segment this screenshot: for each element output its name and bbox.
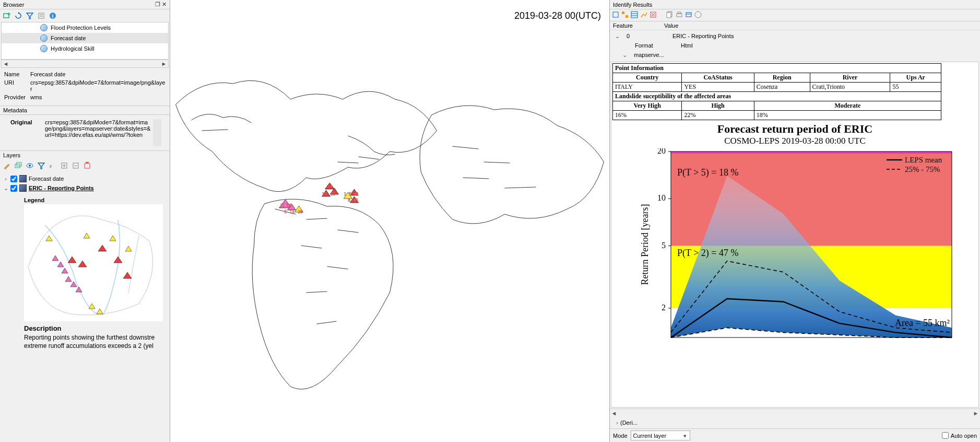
svg-marker-4 (27, 13, 33, 19)
map-timestamp: 2019-03-28 00(UTC) (514, 10, 601, 21)
svg-marker-32 (65, 276, 72, 282)
chevron-down-icon[interactable]: ⌄ (614, 33, 620, 40)
expand-all-icon[interactable] (60, 161, 69, 170)
copy-icon[interactable] (666, 11, 674, 19)
chevron-right-icon[interactable]: › (614, 420, 620, 426)
chart-subtitle: COSMO-LEPS 2019-03-28 00:00 UTC (617, 136, 973, 146)
auto-open-input[interactable] (942, 432, 949, 439)
content-h-scrollbar[interactable]: ◄► (610, 409, 980, 417)
add-layer-icon[interactable] (2, 11, 11, 20)
scroll-right-icon[interactable]: ► (160, 60, 168, 68)
refresh-icon[interactable] (14, 11, 23, 20)
tree-row[interactable]: ⌄0ERIC - Reporting Points (614, 31, 980, 41)
collapse-icon[interactable] (37, 11, 46, 20)
view-tree-icon[interactable] (621, 11, 629, 19)
globe-icon (40, 34, 48, 42)
svg-rect-64 (625, 15, 628, 18)
manage-visibility-icon[interactable] (25, 161, 34, 170)
tree-row[interactable]: ⌄mapserve... (614, 50, 980, 60)
auto-open-label: Auto open (951, 433, 977, 439)
svg-marker-23 (46, 236, 52, 241)
filter-icon[interactable] (25, 11, 34, 20)
table-row: ITALY YES Cosenza Crati,Trionto 55 (613, 83, 941, 92)
auto-open-checkbox[interactable]: Auto open (942, 432, 977, 439)
expression-icon[interactable]: ε (48, 161, 57, 170)
browser-h-scrollbar[interactable]: ◄► (1, 60, 169, 68)
layer-visibility-checkbox[interactable] (10, 185, 17, 192)
forecast-chart: Forecast return period of ERIC COSMO-LEP… (611, 122, 978, 348)
svg-text:20: 20 (657, 148, 666, 155)
tree-key: mapserve... (628, 52, 664, 58)
undock-icon[interactable]: ❐ (155, 2, 160, 7)
identify-html-content[interactable]: Point Information Country CoAStatus Regi… (611, 62, 979, 408)
tree-key: 0 (620, 33, 672, 39)
tree-row[interactable]: FormatHtml (614, 41, 980, 50)
identify-title: Identify Results (613, 2, 652, 8)
svg-text:5: 5 (662, 241, 666, 250)
th: CoAStatus (682, 73, 754, 83)
browser-item[interactable]: Forecast date (2, 33, 168, 43)
tree-row[interactable]: ›(Deri... (614, 418, 980, 427)
scroll-left-icon[interactable]: ◄ (2, 60, 10, 68)
svg-text:16: 16 (353, 197, 359, 203)
mode-combo[interactable]: Current layer▾ (631, 431, 690, 440)
left-sidebar: Browser ❐ ✕ i Flood Protection Levels Fo… (0, 0, 170, 442)
table-title: Landslide suceptibility of the affected … (613, 92, 941, 101)
style-icon[interactable] (2, 161, 11, 170)
layer-row[interactable]: ⌄ ERIC - Reporting Points (3, 183, 167, 193)
legend-image (24, 204, 163, 321)
close-icon[interactable]: ✕ (161, 2, 167, 7)
clear-results-icon[interactable] (650, 11, 657, 19)
collapse-icon[interactable]: ⌄ (3, 185, 8, 192)
svg-text:LEPS mean: LEPS mean (905, 156, 942, 164)
remove-layer-icon[interactable] (82, 161, 92, 170)
legend-block: Legend (0, 195, 170, 321)
collapse-all-icon[interactable] (71, 161, 80, 170)
browser-toolbar: i (0, 9, 170, 22)
identify-tree[interactable]: ⌄0ERIC - Reporting Points FormatHtml ⌄ma… (610, 30, 980, 61)
svg-rect-65 (631, 11, 637, 18)
description-block: Description Reporting points showing the… (0, 321, 170, 350)
svg-text:5: 5 (285, 209, 287, 214)
description-text: Reporting points showing the furthest do… (24, 333, 164, 350)
scroll-right-icon[interactable]: ► (972, 410, 980, 416)
svg-point-13 (29, 165, 31, 167)
expand-new-icon[interactable] (612, 11, 619, 19)
add-group-icon[interactable] (14, 161, 23, 170)
map-canvas[interactable]: 1176 51328 24 1918 1511 816 2019-03-28 0… (170, 0, 609, 442)
help-icon[interactable] (694, 11, 702, 19)
th: Region (754, 73, 810, 83)
th: Very High (613, 101, 682, 111)
chevron-down-icon[interactable]: ⌄ (621, 52, 628, 59)
filter-legend-icon[interactable] (37, 161, 46, 170)
svg-text:76: 76 (287, 203, 292, 208)
metadata-body: Original crs=epsg:3857&dpiMode=7&format=… (0, 115, 170, 150)
browser-item[interactable]: Flood Protection Levels (2, 22, 168, 33)
layer-row[interactable]: › Forecast date (3, 174, 167, 183)
svg-rect-73 (677, 14, 682, 17)
identify-tree-bottom[interactable]: ›(Deri... (610, 417, 980, 428)
expand-icon[interactable]: › (3, 176, 8, 182)
svg-text:10: 10 (657, 193, 666, 202)
browser-tree[interactable]: Flood Protection Levels Forecast date Hy… (1, 22, 169, 60)
th: Moderate (754, 101, 941, 111)
settings-icon[interactable] (685, 11, 692, 19)
layers-tree[interactable]: › Forecast date ⌄ ERIC - Reporting Point… (0, 172, 170, 195)
browser-title: Browser (3, 2, 24, 8)
svg-rect-21 (85, 164, 90, 168)
browser-item[interactable]: Hydrological Skill (2, 43, 168, 54)
td: 22% (682, 111, 754, 120)
view-table-icon[interactable] (631, 11, 638, 19)
scroll-left-icon[interactable]: ◄ (610, 410, 618, 416)
layer-visibility-checkbox[interactable] (10, 176, 17, 182)
svg-text:28: 28 (298, 209, 303, 214)
print-icon[interactable] (676, 11, 683, 19)
layer-type-icon (19, 184, 27, 192)
th: Ups Ar (890, 73, 941, 83)
view-graph-icon[interactable] (640, 11, 647, 19)
svg-text:Area = 55 km²: Area = 55 km² (894, 318, 949, 328)
td: 18% (754, 111, 941, 120)
svg-text:18: 18 (330, 191, 336, 196)
properties-icon[interactable]: i (48, 11, 57, 20)
mode-value: Current layer (633, 433, 667, 439)
